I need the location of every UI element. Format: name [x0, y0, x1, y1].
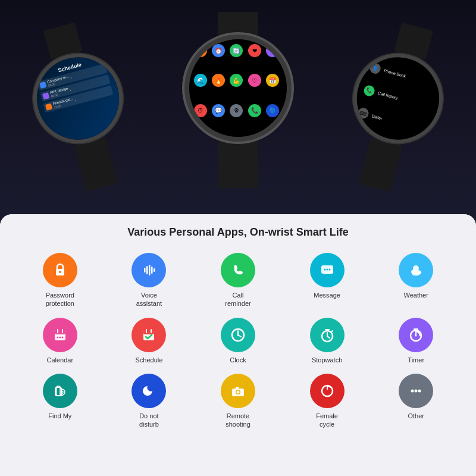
svg-point-48 [415, 389, 418, 392]
app-icon-message [310, 253, 345, 287]
app-item-call-reminder: Callreminder [196, 253, 280, 308]
w-app-12: 💬 [212, 104, 225, 117]
app-icon-do-not-disturb [131, 374, 166, 408]
app-label-call-reminder: Callreminder [225, 291, 250, 308]
w-app-9: ♡ [248, 74, 261, 87]
watch-band-bottom-left [74, 137, 118, 192]
app-label-weather: Weather [404, 291, 428, 299]
schedule-dot-3 [45, 104, 52, 111]
watch-body-left: Schedule Company m... 08:30 › PPT design [23, 44, 133, 154]
w-app-2: ⏰ [212, 44, 225, 57]
app-item-password-protection: Passwordprotection [18, 253, 102, 308]
svg-point-38 [415, 334, 417, 336]
app-icon-schedule [131, 318, 166, 352]
watch-band-bottom-center [218, 140, 258, 188]
app-item-timer: Timer [374, 318, 458, 364]
watch-body-center: 🗓 ⏰ 🔄 ❤ 🏃 🌊 🔥 💪 ♡ 📅 ⏱ 💬 ⚙ 📞 � [184, 35, 292, 142]
app-label-find-my: Find My [48, 412, 71, 420]
watch-right: 👤 Phone Book 📞 Call history ⌨ Dialer [331, 15, 460, 199]
phone-icon-dialer: ⌨ [356, 107, 369, 120]
w-app-13: ⚙ [230, 104, 243, 117]
w-app-11: ⏱ [194, 104, 207, 117]
watch-band-bottom-right [358, 137, 402, 192]
svg-point-8 [324, 269, 325, 271]
app-label-schedule: Schedule [135, 356, 162, 364]
svg-rect-2 [144, 268, 146, 273]
app-icon-weather [399, 253, 433, 287]
app-icon-password-protection [43, 253, 77, 287]
app-label-stopwatch: Stopwatch [312, 356, 342, 364]
app-icon-find-my [43, 374, 77, 408]
phone-label-history: Call history [377, 91, 398, 101]
w-app-8: 💪 [230, 74, 243, 87]
app-item-female-cycle: Femalecycle [285, 374, 369, 429]
phone-item-history: 📞 Call history [363, 84, 434, 113]
svg-point-49 [418, 389, 421, 392]
phone-item-dialer: ⌨ Dialer [356, 107, 427, 136]
app-item-calendar: Calendar [18, 318, 102, 364]
app-label-message: Message [314, 291, 340, 299]
watch-body-right: 👤 Phone Book 📞 Call history ⌨ Dialer [343, 44, 453, 154]
schedule-arrow-3: › [74, 98, 77, 102]
svg-point-19 [57, 336, 58, 338]
w-app-6: 🌊 [194, 74, 207, 87]
watch-apps-grid: 🗓 ⏰ 🔄 ❤ 🏃 🌊 🔥 💪 ♡ 📅 ⏱ 💬 ⚙ 📞 � [189, 39, 287, 137]
app-item-voice-assistant: Voiceassistant [107, 253, 192, 308]
w-app-5: 🏃 [266, 44, 279, 57]
app-label-password-protection: Passwordprotection [46, 291, 74, 308]
info-section: Various Personal Apps, On-wrist Smart Li… [0, 214, 476, 476]
app-icon-female-cycle [310, 374, 345, 408]
w-app-14: 📞 [248, 104, 261, 117]
section-title: Various Personal Apps, On-wrist Smart Li… [18, 226, 458, 239]
watch-container: Schedule Company m... 08:30 › PPT design [0, 0, 476, 214]
svg-point-9 [326, 269, 328, 271]
svg-rect-45 [236, 387, 239, 389]
app-label-remote-shooting: Remoteshooting [226, 412, 250, 429]
app-item-remote-shooting: Remoteshooting [196, 374, 280, 429]
phone-label-dialer: Dialer [371, 114, 383, 120]
w-app-4: ❤ [248, 44, 261, 57]
schedule-dot-2 [42, 92, 49, 99]
app-label-clock: Clock [230, 356, 246, 364]
svg-point-29 [237, 334, 239, 336]
phone-item-book: 👤 Phone Book [369, 62, 440, 90]
phone-icon-book: 👤 [369, 62, 382, 75]
watch-band-top-center [218, 12, 258, 36]
app-icon-stopwatch [310, 318, 345, 352]
schedule-dot-1 [39, 82, 46, 89]
app-label-calendar: Calendar [46, 356, 73, 364]
svg-line-35 [331, 331, 333, 332]
app-icon-calendar [43, 318, 77, 352]
app-item-weather: Weather [374, 253, 458, 308]
svg-line-32 [327, 336, 330, 338]
app-icon-timer [399, 318, 433, 352]
svg-point-14 [412, 272, 420, 276]
app-icon-call-reminder [221, 253, 255, 287]
svg-rect-4 [149, 265, 151, 275]
app-item-schedule: Schedule [107, 318, 192, 364]
svg-point-47 [411, 389, 414, 392]
app-icon-other [399, 374, 433, 408]
app-label-voice-assistant: Voiceassistant [136, 291, 162, 308]
svg-rect-46 [241, 389, 243, 390]
svg-point-21 [61, 336, 63, 338]
svg-point-10 [328, 269, 330, 271]
app-icon-voice-assistant [131, 253, 166, 287]
svg-point-20 [59, 336, 61, 338]
app-label-timer: Timer [408, 356, 424, 364]
app-label-other: Other [408, 412, 424, 420]
svg-point-1 [59, 271, 61, 273]
w-app-1: 🗓 [194, 44, 207, 57]
w-app-7: 🔥 [212, 74, 225, 87]
watch-screen-left: Schedule Company m... 08:30 › PPT design [28, 48, 129, 149]
watches-section: Schedule Company m... 08:30 › PPT design [0, 0, 476, 214]
svg-rect-5 [151, 267, 153, 274]
app-icon-clock [221, 318, 255, 352]
schedule-arrow-2: › [69, 87, 71, 92]
bottom-section: Various Personal Apps, On-wrist Smart Li… [0, 214, 476, 476]
app-icon-remote-shooting [221, 374, 255, 408]
watch-screen-right: 👤 Phone Book 📞 Call history ⌨ Dialer [347, 48, 448, 149]
phone-label-book: Phone Book [383, 68, 406, 79]
watch-left: Schedule Company m... 08:30 › PPT design [15, 15, 145, 199]
svg-rect-16 [55, 331, 65, 334]
